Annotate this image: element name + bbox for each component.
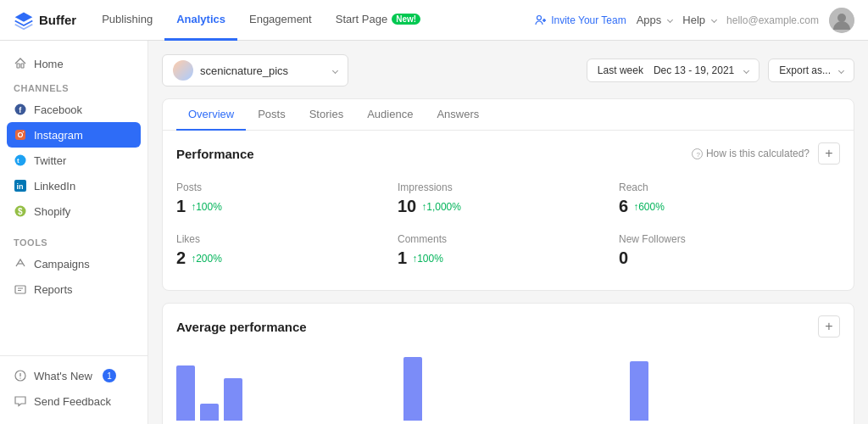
- metric-posts-value: 1 ↑100%: [176, 197, 398, 216]
- metric-comments-value: 1 ↑100%: [398, 248, 619, 268]
- sidebar-item-home[interactable]: Home: [0, 51, 147, 76]
- metric-likes-label: Likes: [176, 233, 398, 245]
- chart-bars-comments: [630, 353, 840, 421]
- sidebar-item-linkedin[interactable]: in LinkedIn: [0, 173, 147, 198]
- date-range-label: Last week: [598, 64, 643, 76]
- home-icon: [14, 57, 27, 70]
- metric-reach-change: ↑600%: [633, 201, 665, 213]
- metric-impressions-change: ↑1,000%: [421, 201, 461, 213]
- bar-1: [176, 365, 195, 421]
- svg-point-24: [19, 377, 20, 378]
- main-card: Overview Posts Stories Audience Answers …: [162, 98, 854, 291]
- chevron-down-icon: [667, 17, 673, 23]
- metric-impressions: Impressions 10 ↑1,000%: [398, 173, 619, 225]
- account-bar-right: Last week Dec 13 - 19, 2021 Export as...: [587, 59, 854, 82]
- user-email[interactable]: hello@example.com: [726, 14, 819, 26]
- chart-avg-likes: Average likes per post 2 ↑200%: [403, 353, 614, 424]
- app-logo[interactable]: Buffer: [14, 10, 76, 31]
- account-selector[interactable]: scenicnature_pics: [162, 54, 348, 86]
- svg-text:t: t: [17, 157, 19, 165]
- nav-engagement[interactable]: Engagement: [237, 0, 324, 41]
- nav-analytics[interactable]: Analytics: [164, 0, 237, 41]
- metric-likes-value: 2 ↑200%: [176, 248, 398, 268]
- date-range-selector[interactable]: Last week Dec 13 - 19, 2021: [587, 59, 760, 82]
- account-selector-chevron: [332, 67, 338, 73]
- help-dropdown[interactable]: Help: [682, 14, 716, 26]
- tab-answers[interactable]: Answers: [425, 99, 491, 131]
- metric-reach: Reach 6 ↑600%: [619, 173, 840, 225]
- metric-likes: Likes 2 ↑200%: [176, 225, 398, 276]
- sidebar-campaigns-label: Campaigns: [34, 258, 90, 271]
- apps-dropdown[interactable]: Apps: [637, 14, 673, 26]
- performance-header-right: ? How is this calculated? +: [692, 142, 840, 165]
- whats-new-icon: [14, 369, 27, 382]
- sidebar-item-whats-new[interactable]: What's New 1: [0, 363, 147, 388]
- metric-likes-change: ↑200%: [191, 253, 222, 265]
- chart-avg-comments: Average comments per post 1 ↑100%: [630, 353, 840, 424]
- bar-2: [200, 404, 219, 421]
- metric-posts-label: Posts: [176, 181, 398, 193]
- logo-text: Buffer: [39, 13, 76, 27]
- performance-title: Performance: [176, 147, 254, 161]
- feedback-icon: [14, 394, 27, 408]
- metric-reach-value: 6 ↑600%: [619, 197, 840, 216]
- svg-rect-6: [21, 64, 24, 68]
- sidebar-item-campaigns[interactable]: Campaigns: [0, 251, 147, 276]
- bar-comments-1: [630, 361, 648, 421]
- facebook-icon: f: [14, 103, 27, 116]
- top-nav: Buffer Publishing Analytics Engagement S…: [0, 0, 868, 41]
- tab-posts[interactable]: Posts: [246, 99, 298, 131]
- sidebar: Home Channels f Facebook Instagram t Twi…: [0, 41, 148, 424]
- performance-add-button[interactable]: +: [818, 142, 840, 165]
- sidebar-whats-new-label: What's New: [34, 370, 92, 382]
- invite-team-button[interactable]: Invite Your Team: [535, 14, 626, 26]
- date-range-chevron: [743, 67, 749, 73]
- tab-overview[interactable]: Overview: [176, 99, 246, 131]
- sidebar-home-label: Home: [34, 58, 64, 70]
- sidebar-item-twitter[interactable]: t Twitter: [0, 148, 147, 173]
- charts-row: Daily average impressions 1 ↑100% Averag…: [176, 346, 840, 424]
- svg-text:$: $: [18, 207, 23, 216]
- avg-performance-card: Average performance + Daily average impr…: [162, 303, 854, 424]
- avg-performance-add-button[interactable]: +: [818, 315, 840, 338]
- sidebar-linkedin-label: LinkedIn: [34, 180, 75, 192]
- main-content: scenicnature_pics Last week Dec 13 - 19,…: [148, 41, 868, 424]
- twitter-icon: t: [14, 153, 27, 167]
- sidebar-item-instagram[interactable]: Instagram: [7, 122, 141, 148]
- svg-point-0: [537, 15, 542, 20]
- metric-comments: Comments 1 ↑100%: [398, 225, 619, 276]
- sidebar-item-send-feedback[interactable]: Send Feedback: [0, 388, 147, 414]
- tab-stories[interactable]: Stories: [298, 99, 355, 131]
- sidebar-item-shopify[interactable]: $ Shopify: [0, 198, 147, 224]
- tab-audience[interactable]: Audience: [355, 99, 425, 131]
- svg-rect-9: [15, 130, 25, 140]
- nav-publishing[interactable]: Publishing: [90, 0, 164, 41]
- svg-rect-19: [15, 286, 25, 293]
- metric-posts: Posts 1 ↑100%: [176, 173, 398, 225]
- how-calculated-label: How is this calculated?: [706, 148, 810, 159]
- bar-likes-1: [403, 357, 422, 421]
- metric-posts-change: ↑100%: [191, 201, 222, 213]
- nav-right: Invite Your Team Apps Help hello@example…: [535, 8, 854, 33]
- sidebar-item-facebook[interactable]: f Facebook: [0, 97, 147, 122]
- user-avatar[interactable]: [829, 8, 854, 33]
- account-bar: scenicnature_pics Last week Dec 13 - 19,…: [162, 54, 854, 86]
- whats-new-badge: 1: [103, 369, 116, 382]
- export-button[interactable]: Export as...: [768, 59, 854, 82]
- how-calculated-link[interactable]: ? How is this calculated?: [692, 148, 810, 159]
- sidebar-instagram-label: Instagram: [34, 129, 83, 142]
- reports-icon: [14, 282, 27, 296]
- export-label: Export as...: [779, 64, 831, 76]
- export-chevron: [838, 67, 844, 73]
- analytics-tabs: Overview Posts Stories Audience Answers: [163, 99, 854, 131]
- sidebar-feedback-label: Send Feedback: [34, 395, 111, 408]
- svg-point-4: [837, 14, 846, 22]
- metric-impressions-label: Impressions: [398, 181, 619, 193]
- svg-text:?: ?: [696, 151, 700, 159]
- sidebar-item-reports[interactable]: Reports: [0, 276, 147, 302]
- bar-3: [224, 378, 242, 421]
- date-range-value: Dec 13 - 19, 2021: [654, 64, 734, 76]
- sidebar-shopify-label: Shopify: [34, 205, 70, 218]
- nav-start-page[interactable]: Start Page New!: [324, 0, 432, 41]
- sidebar-reports-label: Reports: [34, 283, 73, 296]
